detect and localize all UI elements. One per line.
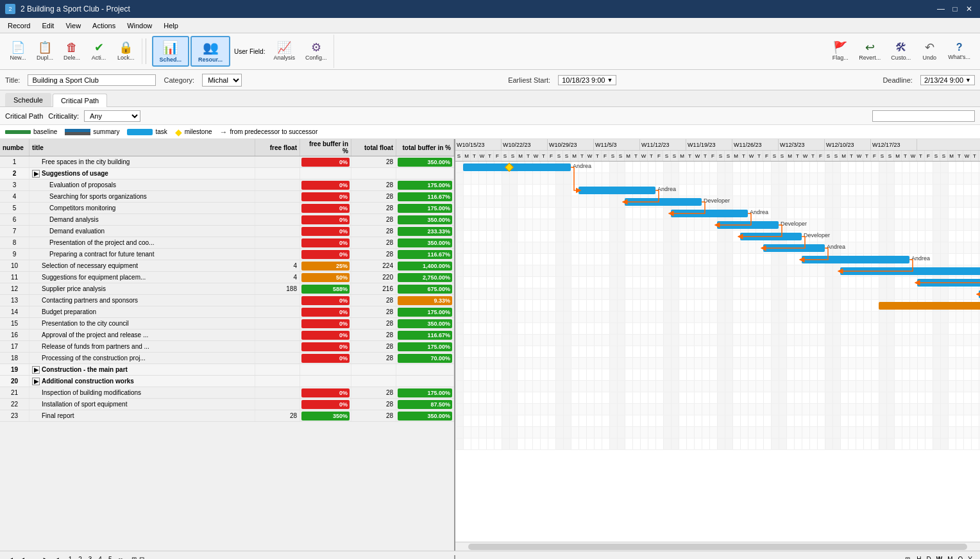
nav-prev[interactable]: ◄ [17,555,28,559]
table-row[interactable]: 16Approval of the project and release ..… [0,330,454,341]
cell-num: 2 [0,168,30,179]
new-button[interactable]: 📄 New... [5,40,31,63]
table-row[interactable]: 8Presentation of the project and coo...0… [0,237,454,249]
scale-y[interactable]: Y [965,555,975,559]
gantt-bar-label: Andrea [911,255,930,262]
expand-icon[interactable]: ▶ [32,378,40,385]
table-row[interactable]: 14Budget preparation0%28175.00% [0,306,454,318]
table-row[interactable]: 2▶Suggestions of usage [0,168,454,179]
maximize-button[interactable]: □ [949,3,961,15]
revert-button[interactable]: ↩ Revert... [854,40,885,63]
table-row[interactable]: 10Selection of necessary equipment425%22… [0,260,454,272]
tabs-bar: Schedule Critical Path [0,90,980,107]
menu-help[interactable]: Help [158,21,183,31]
title-input[interactable] [28,74,156,86]
page-inf[interactable]: ∞ [116,555,124,559]
menu-record[interactable]: Record [3,21,35,31]
gantt-bar [917,279,980,287]
gantt-bar-label: Andrea [573,163,591,169]
table-nav: ◄ ◄ — ► ◄ 1 2 3 4 5 ∞ ⊞ ⊟ [0,555,455,559]
table-row[interactable]: 6Demand analysis0%28350.00% [0,214,454,226]
menu-view[interactable]: View [60,21,86,31]
nav-up[interactable]: — [28,555,40,559]
gantt-row [455,427,980,438]
table-row[interactable]: 11Suggestions for equipment placem...450… [0,272,454,283]
table-row[interactable]: 17Release of funds from partners and ...… [0,341,454,353]
criticality-select[interactable]: Any Critical Non-Critical [84,110,140,122]
scale-d[interactable]: D [924,555,934,559]
page-3[interactable]: 3 [87,555,94,559]
gantt-week-1: W10/22/23 [502,139,548,150]
scale-h[interactable]: H [914,555,924,559]
dup-button[interactable]: 📋 Dupl... [32,40,58,63]
page-1[interactable]: 1 [67,555,74,559]
delete-button[interactable]: 🗑 Dele... [59,40,85,63]
table-row[interactable]: 20▶Additional construction works [0,376,454,387]
gantt-row [455,346,980,358]
table-row[interactable]: 12Supplier price analysis188588%216675.0… [0,283,454,295]
nav-expand-2[interactable]: ⊟ [139,556,144,559]
table-row[interactable]: 18Processing of the construction proj...… [0,353,454,364]
deadline-value: 2/13/24 9:00 [924,76,963,84]
cell-free-float [255,364,300,375]
minimize-button[interactable]: — [935,3,947,15]
table-row[interactable]: 1Free spaces in the city building0%28350… [0,156,454,168]
table-row[interactable]: 13Contacting partners and sponsors0%289.… [0,295,454,306]
expand-icon[interactable]: ▶ [32,366,40,374]
cp-search-input[interactable] [872,110,975,122]
gantt-body[interactable]: AndreaAndreaDeveloperAndreaDeveloperDeve… [455,162,980,542]
menu-actions[interactable]: Actions [87,21,121,31]
customize-button[interactable]: 🛠 Custo... [886,40,915,63]
page-4[interactable]: 4 [96,555,104,559]
page-5[interactable]: 5 [106,555,114,559]
tab-critical-path[interactable]: Critical Path [53,94,107,107]
help-button[interactable]: ? What's... [943,40,975,62]
scale-m[interactable]: M [945,555,955,559]
cell-title: Budget preparation [30,306,255,317]
cell-total-buffer-pct: 116.67% [396,249,454,260]
table-row[interactable]: 5Competitors monitoring0%28175.00% [0,203,454,214]
resource-button[interactable]: 👥 Resour... [190,36,230,67]
nav-back[interactable]: ◄ [51,555,63,559]
category-select[interactable]: Michal [202,74,242,87]
cell-num: 1 [0,156,30,167]
cell-title: Inspection of building modifications [30,387,255,398]
scale-w[interactable]: W [934,555,945,559]
gantt-scrollbar-thumb[interactable] [468,544,967,550]
table-row[interactable]: 4Searching for sports organizations0%281… [0,191,454,203]
nav-first[interactable]: ◄ [5,555,17,559]
schedule-button[interactable]: 📊 Sched... [152,36,190,67]
lock-button[interactable]: 🔒 Lock... [113,40,139,63]
table-row[interactable]: 21Inspection of building modifications0%… [0,387,454,399]
expand-icon[interactable]: ▶ [32,170,40,178]
table-row[interactable]: 9Preparing a contract for future tenant0… [0,249,454,260]
page-2[interactable]: 2 [76,555,84,559]
menu-edit[interactable]: Edit [37,21,59,31]
undo-button[interactable]: ↶ Undo [917,40,942,63]
table-row[interactable]: 7Demand evaluation0%28233.33% [0,226,454,237]
earliest-start-field[interactable]: 10/18/23 9:00 ▼ [558,75,616,85]
deadline-field[interactable]: 2/13/24 9:00 ▼ [920,75,975,85]
table-row[interactable]: 22Installation of sport equipment0%2887.… [0,399,454,410]
config-button[interactable]: ⚙ Config... [301,40,332,63]
close-button[interactable]: ✕ [963,3,975,15]
dup-label: Dupl... [37,54,53,61]
table-row[interactable]: 19▶Construction - the main part [0,364,454,376]
analysis-button[interactable]: 📈 Analysis [269,40,300,63]
activate-button[interactable]: ✔ Acti... [86,40,112,63]
tab-schedule[interactable]: Schedule [5,93,51,106]
flag-button[interactable]: 🚩 Flag... [827,40,853,63]
legend-task: task [127,128,167,135]
table-row[interactable]: 15Presentation to the city council0%2835… [0,318,454,330]
table-row[interactable]: 3Evaluation of proposals0%28175.00% [0,179,454,191]
scale-q[interactable]: Q [956,555,966,559]
table-row[interactable]: 23Final report28350%28350.00% [0,410,454,422]
cell-num: 14 [0,306,30,317]
cell-total-float [351,376,396,387]
gantt-scrollbar[interactable] [455,542,980,551]
cell-title: Release of funds from partners and ... [30,341,255,352]
menu-window[interactable]: Window [122,21,157,31]
nav-expand-1[interactable]: ⊞ [131,556,137,559]
gantt-row: Andrea [455,254,980,265]
nav-next[interactable]: ► [40,555,51,559]
